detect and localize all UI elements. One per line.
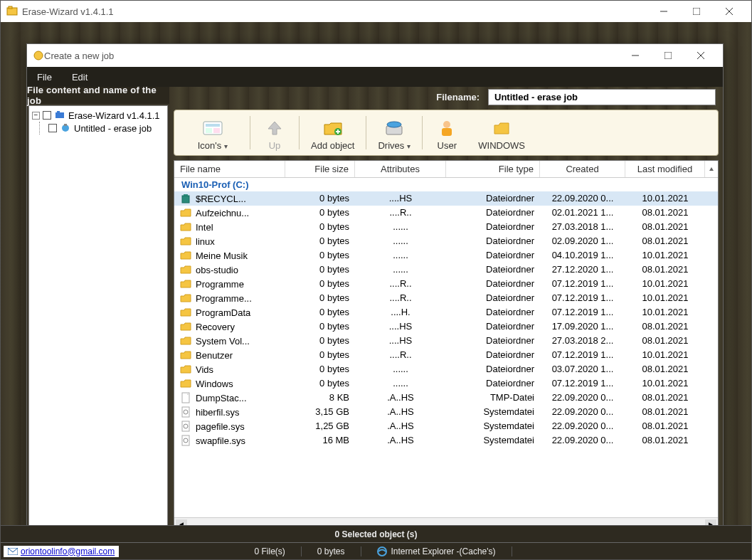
icons-dropdown[interactable]: Icon's▾: [179, 113, 247, 152]
row-type: Dateiordner: [446, 306, 540, 319]
row-filename: System Vol...: [196, 336, 250, 347]
row-icon: [180, 207, 191, 218]
filename-field[interactable]: Untitled - erase job: [488, 89, 716, 105]
row-attr: ....HS: [355, 192, 446, 205]
table-row[interactable]: DumpStac...8 KB.A..HSTMP-Datei22.09.2020…: [174, 391, 718, 405]
row-created: 17.09.2020 1...: [540, 320, 625, 333]
svg-rect-12: [57, 111, 60, 113]
row-attr: ....H.: [355, 306, 446, 319]
menu-edit[interactable]: Edit: [62, 72, 97, 83]
svg-rect-27: [184, 194, 188, 196]
table-row[interactable]: pagefile.sys1,25 GB.A..HSSystemdatei22.0…: [174, 419, 718, 433]
svg-rect-16: [206, 124, 220, 127]
table-row[interactable]: Vids0 bytes......Dateiordner03.07.2020 1…: [174, 362, 718, 376]
email-link[interactable]: oriontoolinfo@gmail.com: [4, 546, 119, 557]
row-modified: 08.01.2021: [625, 406, 705, 418]
dialog-title-text: Create a new job: [44, 51, 114, 61]
dialog-close-button[interactable]: [684, 44, 717, 67]
col-modified[interactable]: Last modified: [625, 161, 705, 177]
table-row[interactable]: obs-studio0 bytes......Dateiordner27.12.…: [174, 263, 718, 277]
table-row[interactable]: Recovery0 bytes....HSDateiordner17.09.20…: [174, 319, 718, 334]
tree-root-checkbox[interactable]: [43, 111, 51, 120]
up-button[interactable]: Up: [253, 113, 296, 152]
row-type: Dateiordner: [446, 221, 540, 233]
row-created: 27.03.2018 2...: [540, 334, 625, 347]
col-filetype[interactable]: File type: [446, 161, 540, 177]
row-icon: [180, 364, 191, 375]
file-grid[interactable]: File name File size Attributes File type…: [174, 160, 719, 531]
col-created[interactable]: Created: [540, 161, 625, 177]
add-object-button[interactable]: Add object: [302, 113, 363, 152]
row-icon: [180, 321, 191, 332]
table-row[interactable]: Benutzer0 bytes....R..Dateiordner07.12.2…: [174, 348, 718, 362]
row-icon: [180, 236, 191, 247]
col-attributes[interactable]: Attributes: [355, 161, 446, 177]
table-row[interactable]: hiberfil.sys3,15 GB.A..HSSystemdatei22.0…: [174, 405, 718, 419]
windows-button[interactable]: WINDOWS: [470, 113, 534, 152]
row-filename: hiberfil.sys: [196, 407, 239, 418]
grid-body[interactable]: Win10-Prof (C:) $RECYCL...0 bytes....HSD…: [174, 178, 718, 517]
dialog-titlebar[interactable]: Create a new job: [27, 44, 723, 67]
row-icon: [180, 278, 191, 290]
row-modified: 10.01.2021: [625, 278, 705, 290]
row-attr: ....R..: [355, 278, 446, 290]
table-row[interactable]: Programme0 bytes....R..Dateiordner07.12.…: [174, 277, 718, 291]
row-attr: ......: [355, 263, 446, 276]
row-filename: swapfile.sys: [196, 435, 245, 446]
job-tree[interactable]: − Erase-Wizard v1.4.1.1: [28, 105, 168, 548]
menu-file[interactable]: File: [27, 72, 62, 83]
row-type: Dateiordner: [446, 278, 540, 290]
drives-dropdown[interactable]: Drives▾: [369, 113, 419, 152]
row-attr: .A..HS: [355, 420, 446, 433]
table-row[interactable]: Aufzeichnu...0 bytes....R..Dateiordner02…: [174, 206, 718, 220]
collapse-icon[interactable]: −: [32, 112, 40, 120]
file-count: 0 File(s): [238, 546, 301, 556]
tree-child-node[interactable]: Untitled - erase job: [48, 122, 164, 134]
row-icon: [180, 221, 191, 233]
row-modified: 08.01.2021: [625, 320, 705, 333]
row-filename: Programme...: [196, 293, 252, 304]
col-filesize[interactable]: File size: [285, 161, 355, 177]
svg-rect-25: [442, 128, 452, 136]
row-modified: 08.01.2021: [625, 434, 705, 447]
table-row[interactable]: System Vol...0 bytes....HSDateiordner27.…: [174, 334, 718, 348]
svg-rect-1: [9, 6, 12, 9]
right-panel: Filename: Untitled - erase job Icon's▾: [169, 87, 723, 549]
row-icon: [180, 392, 191, 403]
svg-rect-18: [213, 128, 220, 133]
row-size: 0 bytes: [285, 263, 355, 276]
dialog-maximize-button[interactable]: [652, 44, 684, 67]
parent-titlebar[interactable]: Erase-Wizard v1.4.1.1: [1, 1, 751, 22]
table-row[interactable]: ProgramData0 bytes....H.Dateiordner07.12…: [174, 305, 718, 319]
parent-maximize-button[interactable]: [680, 1, 713, 22]
table-row[interactable]: swapfile.sys16 MB.A..HSSystemdatei22.09.…: [174, 433, 718, 448]
row-type: Systemdatei: [446, 434, 540, 447]
row-modified: 08.01.2021: [625, 391, 705, 404]
grid-header[interactable]: File name File size Attributes File type…: [174, 161, 718, 178]
internet-explorer-icon: [377, 546, 387, 556]
tree-child-checkbox[interactable]: [48, 124, 57, 132]
row-created: 27.12.2020 1...: [540, 263, 625, 276]
tree-root-node[interactable]: − Erase-Wizard v1.4.1.1: [32, 109, 164, 122]
table-row[interactable]: $RECYCL...0 bytes....HSDateiordner22.09.…: [174, 191, 718, 206]
col-filename[interactable]: File name: [174, 161, 285, 177]
parent-title-text: Erase-Wizard v1.4.1.1: [22, 6, 114, 17]
row-filename: Intel: [196, 222, 213, 233]
dialog-minimize-button[interactable]: [619, 44, 652, 67]
table-row[interactable]: Programme...0 bytes....R..Dateiordner07.…: [174, 291, 718, 305]
row-modified: 08.01.2021: [625, 263, 705, 276]
row-filename: Programme: [196, 279, 244, 290]
row-modified: 08.01.2021: [625, 334, 705, 347]
table-row[interactable]: Windows0 bytes......Dateiordner07.12.201…: [174, 376, 718, 391]
row-icon: [180, 435, 191, 446]
drive-group-row[interactable]: Win10-Prof (C:): [174, 178, 718, 191]
table-row[interactable]: Intel0 bytes......Dateiordner27.03.2018 …: [174, 220, 718, 234]
table-row[interactable]: linux0 bytes......Dateiordner02.09.2020 …: [174, 234, 718, 248]
row-modified: 10.01.2021: [625, 349, 705, 361]
scroll-up-icon[interactable]: [705, 161, 718, 177]
table-row[interactable]: Meine Musik0 bytes......Dateiordner04.10…: [174, 248, 718, 263]
parent-close-button[interactable]: [713, 1, 746, 22]
parent-minimize-button[interactable]: [647, 1, 680, 22]
user-button[interactable]: User: [425, 113, 468, 152]
row-modified: 08.01.2021: [625, 221, 705, 233]
